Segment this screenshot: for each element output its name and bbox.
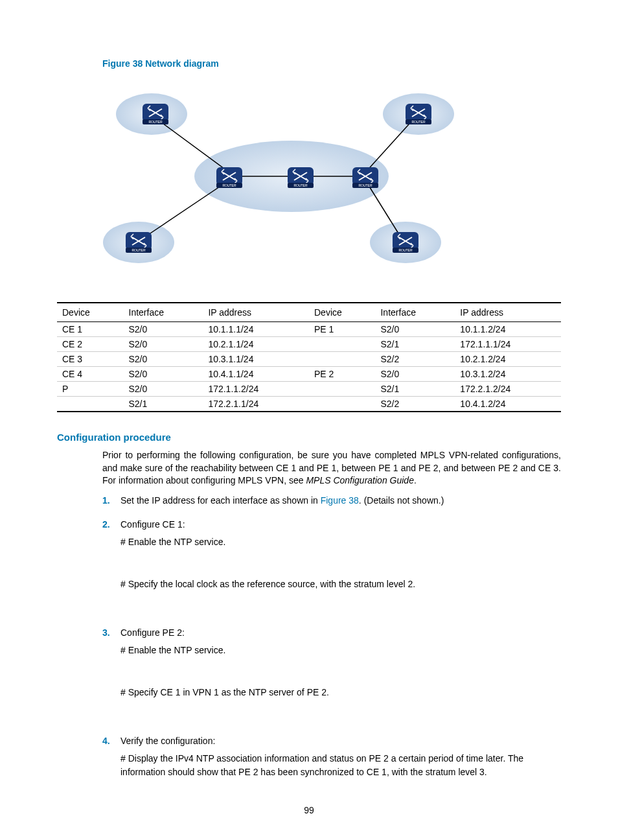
device-table: Device Interface IP address Device Inter…	[57, 302, 561, 412]
th-iface2: Interface	[375, 303, 455, 322]
intro-paragraph: Prior to performing the following config…	[102, 449, 561, 487]
router-icon	[393, 232, 418, 253]
table-header-row: Device Interface IP address Device Inter…	[57, 303, 561, 322]
router-icon	[216, 167, 242, 188]
table-row: CE 1 S2/0 10.1.1.1/24 PE 1 S2/0 10.1.1.2…	[57, 322, 561, 337]
step-3-b: # Specify CE 1 in VPN 1 as the NTP serve…	[120, 686, 561, 699]
network-diagram: ROUTER	[102, 82, 561, 283]
step-2-a: # Enable the NTP service.	[120, 535, 561, 549]
figure-title: Figure 38 Network diagram	[102, 58, 561, 69]
step-3-head: Configure PE 2:	[120, 627, 185, 638]
th-iface: Interface	[124, 303, 203, 322]
figure-ref[interactable]: Figure 38	[321, 495, 359, 506]
step-1-post: . (Details not shown.)	[359, 495, 444, 506]
page-number: 99	[57, 805, 561, 815]
step-1-pre: Set the IP address for each interface as…	[120, 495, 321, 506]
th-ip: IP address	[203, 303, 309, 322]
th-ip2: IP address	[455, 303, 561, 322]
step-3: Configure PE 2: # Enable the NTP service…	[102, 626, 561, 724]
step-2-b: # Specify the local clock as the referen…	[120, 578, 561, 591]
router-icon	[126, 232, 152, 253]
th-device2: Device	[309, 303, 376, 322]
th-device: Device	[57, 303, 124, 322]
svg-line-9	[143, 180, 229, 239]
router-icon	[143, 104, 168, 124]
router-icon	[406, 104, 431, 124]
step-4-head: Verify the configuration:	[120, 736, 215, 746]
step-4-a: # Display the IPv4 NTP association infor…	[120, 752, 561, 779]
table-row: CE 2 S2/0 10.2.1.1/24 S2/1 172.1.1.1/24	[57, 337, 561, 352]
step-3-a: # Enable the NTP service.	[120, 644, 561, 657]
step-2-head: Configure CE 1:	[120, 519, 185, 530]
section-heading: Configuration procedure	[57, 432, 561, 443]
svg-line-7	[155, 118, 229, 172]
step-4: Verify the configuration: # Display the …	[102, 734, 561, 779]
table-row: P S2/0 172.1.1.2/24 S2/1 172.2.1.2/24	[57, 382, 561, 397]
table-row: S2/1 172.2.1.1/24 S2/2 10.4.1.2/24	[57, 397, 561, 412]
intro-tail: .	[414, 475, 417, 485]
table-row: CE 3 S2/0 10.3.1.1/24 S2/2 10.2.1.2/24	[57, 352, 561, 367]
router-icon	[352, 167, 378, 188]
step-2: Configure CE 1: # Enable the NTP service…	[102, 518, 561, 616]
table-row: CE 4 S2/0 10.4.1.1/24 PE 2 S2/0 10.3.1.2…	[57, 367, 561, 382]
step-1: Set the IP address for each interface as…	[102, 494, 561, 508]
intro-italic: MPLS Configuration Guide	[306, 475, 414, 485]
router-icon	[288, 167, 314, 188]
